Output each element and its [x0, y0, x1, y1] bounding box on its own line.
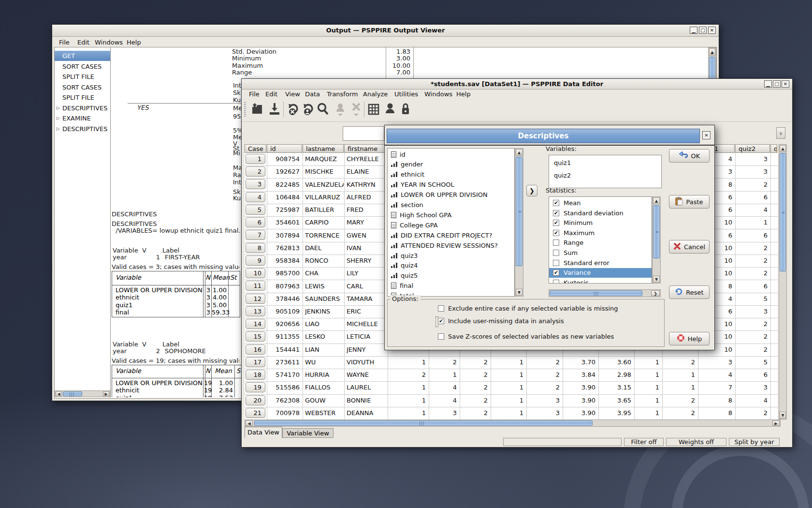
- cell-quiz2[interactable]: 6: [737, 283, 768, 290]
- cell-id[interactable]: 920656: [269, 320, 300, 328]
- close-icon[interactable]: ✕: [708, 27, 716, 34]
- cell-quiz2[interactable]: 4: [737, 206, 768, 213]
- cell-value[interactable]: 1: [636, 384, 659, 391]
- cell-lastname[interactable]: WEBSTER: [305, 409, 344, 417]
- case-number-button[interactable]: 15: [246, 331, 265, 342]
- grid-horizontal-scrollbar[interactable]: ◀ ||| ▶: [245, 419, 781, 427]
- cell-lastname[interactable]: GOUW: [305, 397, 344, 404]
- column-header-firstname[interactable]: firstname: [344, 144, 387, 153]
- expander-icon[interactable]: ▷: [57, 124, 60, 134]
- case-number-button[interactable]: 5: [246, 205, 265, 215]
- column-header-lastname[interactable]: lastname: [303, 144, 344, 153]
- cell-lastname[interactable]: FIALLOS: [305, 384, 344, 391]
- expander-icon[interactable]: ▷: [57, 103, 60, 113]
- cell-lastname[interactable]: LIAO: [305, 320, 344, 328]
- cell-id[interactable]: 762308: [269, 397, 300, 404]
- cell-value[interactable]: 3.90: [565, 397, 595, 404]
- cell-firstname[interactable]: FRED: [347, 206, 387, 213]
- cell-value[interactable]: 1: [636, 397, 659, 404]
- dialog-button-ok[interactable]: OK: [669, 149, 710, 163]
- dialog-button-reset[interactable]: Reset: [669, 285, 710, 299]
- menu-help[interactable]: Help: [125, 38, 143, 47]
- cell-lastname[interactable]: LIAN: [305, 346, 344, 353]
- case-number-button[interactable]: 6: [246, 217, 265, 227]
- cell-id[interactable]: 192627: [269, 168, 300, 175]
- sidebar-horizontal-scrollbar[interactable]: ◀ ||| ▶: [55, 390, 110, 397]
- cell-quiz2[interactable]: 1: [737, 219, 768, 226]
- cell-id[interactable]: 515586: [269, 384, 300, 391]
- cell-firstname[interactable]: CARL: [347, 283, 387, 290]
- cell-value[interactable]: 3: [528, 409, 560, 417]
- grid-vertical-scrollbar[interactable]: ▲ ≡ ▼: [779, 144, 787, 419]
- case-number-button[interactable]: 12: [246, 294, 265, 304]
- dialog-button-cancel[interactable]: Cancel: [669, 240, 710, 254]
- expander-icon[interactable]: ▷: [57, 113, 60, 123]
- case-number-button[interactable]: 2: [246, 166, 265, 177]
- cell-value[interactable]: 3.95: [600, 409, 631, 417]
- cell-value[interactable]: 1: [431, 371, 457, 378]
- cell-value[interactable]: 3: [431, 409, 457, 417]
- case-number-button[interactable]: 13: [246, 306, 265, 316]
- sidebar-item-descriptives[interactable]: ▷DESCRIPTIVES: [55, 103, 110, 113]
- cell-id[interactable]: 574170: [269, 371, 300, 378]
- cell-id[interactable]: 700978: [269, 409, 300, 417]
- cell-value[interactable]: 2: [528, 359, 560, 366]
- cell-lastname[interactable]: WU: [305, 359, 344, 366]
- scroll-up-icon[interactable]: ▲: [780, 145, 786, 152]
- cell-quiz2[interactable]: 6: [737, 194, 768, 201]
- cell-value[interactable]: 3.60: [600, 359, 631, 366]
- output-window-titlebar[interactable]: Output — PSPPIRE Output Viewer ▁ □ ✕: [52, 25, 719, 37]
- sidebar-item-split-file[interactable]: SPLIT FILE: [55, 72, 110, 82]
- case-number-button[interactable]: 4: [246, 192, 265, 202]
- case-number-button[interactable]: 20: [246, 395, 265, 405]
- cell-value[interactable]: 3.84: [565, 371, 595, 378]
- cell-lastname[interactable]: TORRENCE: [305, 232, 344, 239]
- cell-value[interactable]: 1: [636, 371, 659, 378]
- cell-value[interactable]: 1: [493, 359, 523, 366]
- cell-lastname[interactable]: LESKO: [305, 333, 344, 340]
- cell-id[interactable]: 273611: [269, 359, 300, 366]
- scroll-right-icon[interactable]: ▶: [772, 420, 780, 426]
- column-header-quiz2[interactable]: quiz2: [735, 144, 770, 153]
- cell-value[interactable]: 1: [390, 397, 426, 404]
- cell-firstname[interactable]: ELAINE: [347, 168, 387, 175]
- sidebar-item-examine[interactable]: ▷EXAMINE: [55, 113, 110, 123]
- cell-quiz2[interactable]: 3: [737, 155, 768, 163]
- cell-value[interactable]: 2.98: [600, 371, 631, 378]
- cell-quiz2[interactable]: 2: [737, 244, 768, 252]
- cell-lastname[interactable]: HURRIA: [305, 371, 344, 378]
- cell-firstname[interactable]: KATHRYN: [347, 181, 387, 188]
- case-number-button[interactable]: 14: [246, 319, 265, 329]
- menu-edit[interactable]: Edit: [75, 38, 91, 47]
- cell-value[interactable]: 1: [664, 371, 695, 378]
- cell-firstname[interactable]: ERIC: [347, 308, 387, 315]
- cell-id[interactable]: 985700: [269, 269, 300, 277]
- cell-value[interactable]: 4: [431, 397, 457, 404]
- scroll-up-icon[interactable]: ▲: [709, 48, 715, 56]
- cell-value[interactable]: 2: [390, 371, 426, 378]
- cell-id[interactable]: 307894: [269, 232, 300, 239]
- case-number-button[interactable]: 8: [246, 243, 265, 253]
- cell-quiz1[interactable]: 8: [700, 409, 732, 417]
- cell-quiz2[interactable]: 4: [737, 397, 768, 404]
- cell-quiz1[interactable]: 7: [700, 384, 732, 391]
- cell-id[interactable]: 822485: [269, 181, 300, 188]
- cell-id[interactable]: 911355: [269, 333, 300, 340]
- sidebar-item-sort-cases[interactable]: SORT CASES: [55, 61, 110, 72]
- cell-value[interactable]: 2: [462, 397, 488, 404]
- case-number-button[interactable]: 7: [246, 230, 265, 240]
- cell-value[interactable]: 3.90: [565, 384, 595, 391]
- column-header-id[interactable]: id: [267, 144, 302, 153]
- cell-value[interactable]: 4: [431, 384, 457, 391]
- case-number-button[interactable]: 19: [246, 382, 265, 392]
- scroll-left-icon[interactable]: ◀: [56, 391, 62, 396]
- cell-lastname[interactable]: BATILLER: [305, 206, 344, 213]
- cell-value[interactable]: 2: [431, 359, 457, 366]
- scroll-right-icon[interactable]: ▶: [103, 391, 109, 396]
- cell-value[interactable]: 2: [462, 359, 488, 366]
- cell-value[interactable]: 2: [664, 359, 695, 366]
- cell-value[interactable]: 1: [636, 409, 659, 417]
- column-header-Case[interactable]: Case: [245, 144, 266, 153]
- cell-lastname[interactable]: JENKINS: [305, 308, 344, 315]
- cell-quiz2[interactable]: 2: [737, 346, 768, 353]
